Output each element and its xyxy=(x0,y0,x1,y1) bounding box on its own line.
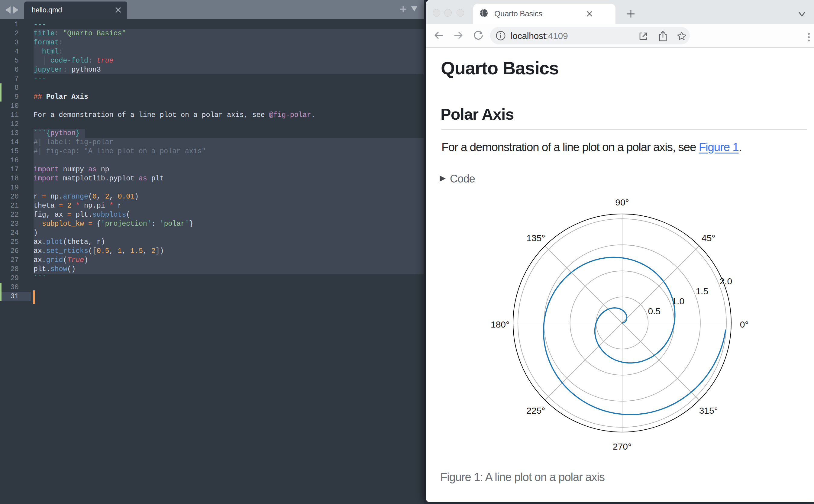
svg-text:45°: 45° xyxy=(702,233,715,243)
svg-text:0°: 0° xyxy=(740,319,749,329)
svg-text:225°: 225° xyxy=(526,405,545,415)
svg-text:315°: 315° xyxy=(699,405,718,415)
svg-text:180°: 180° xyxy=(491,319,509,329)
svg-text:1.5: 1.5 xyxy=(696,286,708,296)
svg-text:1.0: 1.0 xyxy=(672,296,684,306)
svg-text:0.5: 0.5 xyxy=(648,306,661,316)
svg-text:2.0: 2.0 xyxy=(719,276,732,286)
svg-text:90°: 90° xyxy=(615,197,629,207)
svg-text:135°: 135° xyxy=(526,233,545,243)
svg-text:270°: 270° xyxy=(613,441,631,451)
